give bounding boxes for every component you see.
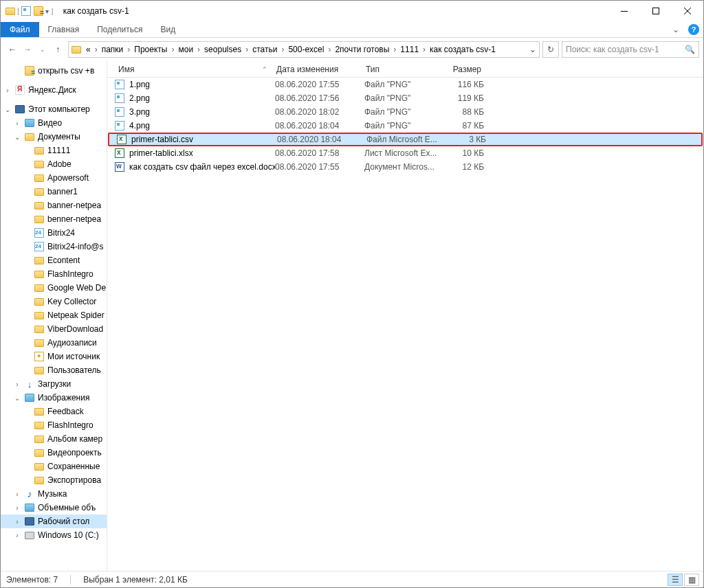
sidebar-item[interactable]: Видеопроекть xyxy=(1,446,107,460)
sidebar-item[interactable]: banner1 xyxy=(1,185,107,199)
eq-icon[interactable] xyxy=(33,5,44,16)
maximize-button[interactable] xyxy=(640,1,672,21)
refresh-button[interactable]: ↻ xyxy=(542,41,559,58)
breadcrumb-dropdown-icon[interactable]: ⌄ xyxy=(527,45,539,54)
chevron-right-icon[interactable]: › xyxy=(421,45,428,54)
search-icon[interactable]: 🔍 xyxy=(685,45,695,54)
view-details-button[interactable]: ☰ xyxy=(668,574,683,586)
sidebar-item[interactable]: benner-netpea xyxy=(1,212,107,226)
sidebar-item[interactable]: ⌄Документы xyxy=(1,130,107,144)
doc-icon[interactable] xyxy=(21,5,32,16)
sidebar-item[interactable]: Альбом камер xyxy=(1,432,107,446)
breadcrumb-item[interactable]: 2почти готовы xyxy=(333,45,391,54)
breadcrumb-item[interactable]: как создать csv-1 xyxy=(428,45,498,54)
nav-forward-button[interactable]: → xyxy=(20,42,35,57)
ribbon-expand-icon[interactable]: ⌄ xyxy=(672,25,679,34)
sidebar-item[interactable]: ViberDownload xyxy=(1,322,107,336)
chevron-right-icon[interactable]: › xyxy=(326,45,333,54)
breadcrumb-item[interactable]: папки xyxy=(100,45,126,54)
sidebar-item[interactable]: ›Музыка xyxy=(1,487,107,501)
expand-icon[interactable]: ⌄ xyxy=(3,106,12,113)
titlebar-dropdown-icon[interactable]: ▾ xyxy=(45,8,49,15)
tab-view[interactable]: Вид xyxy=(151,22,184,37)
sidebar-item[interactable]: Google Web De xyxy=(1,281,107,295)
file-row[interactable]: primer-tablici.xlsx08.06.2020 17:58Лист … xyxy=(107,146,703,160)
breadcrumb[interactable]: « ›папки›Проекты›мои›seopulses›статьи›50… xyxy=(68,41,540,58)
chevron-right-icon[interactable]: › xyxy=(391,45,398,54)
sidebar-item[interactable]: ›Объемные объ xyxy=(1,501,107,514)
breadcrumb-item[interactable]: 500-excel xyxy=(286,45,326,54)
chevron-right-icon[interactable]: › xyxy=(195,45,202,54)
sidebar-item[interactable]: ›Windows 10 (C:) xyxy=(1,528,107,542)
expand-icon[interactable]: ⌄ xyxy=(13,394,21,402)
expand-icon[interactable]: › xyxy=(3,87,12,94)
expand-icon[interactable]: › xyxy=(13,490,21,498)
sidebar-item[interactable]: ›Видео xyxy=(1,116,107,130)
column-name[interactable]: Имя⌃ xyxy=(114,65,272,74)
sidebar-item[interactable]: Apowersoft xyxy=(1,171,107,185)
nav-back-button[interactable]: ← xyxy=(5,42,20,57)
breadcrumb-item[interactable]: Проекты xyxy=(132,45,169,54)
breadcrumb-prefix[interactable]: « xyxy=(84,45,93,54)
view-thumbnails-button[interactable]: ▦ xyxy=(684,574,699,586)
sidebar-item[interactable]: Econtent xyxy=(1,253,107,267)
sidebar-item[interactable]: ›Рабочий стол xyxy=(1,514,107,528)
sidebar-item[interactable]: Сохраненные xyxy=(1,460,107,473)
column-type[interactable]: Тип xyxy=(362,65,437,74)
file-row[interactable]: 4.png08.06.2020 18:04Файл "PNG"87 КБ xyxy=(107,119,703,133)
sidebar-item[interactable]: FlashIntegro xyxy=(1,267,107,281)
comp-icon xyxy=(14,104,25,115)
column-date[interactable]: Дата изменения xyxy=(272,65,362,74)
expand-icon[interactable]: › xyxy=(13,120,21,127)
file-row[interactable]: 2.png08.06.2020 17:56Файл "PNG"119 КБ xyxy=(107,91,703,105)
sidebar-item[interactable]: Экспортирова xyxy=(1,473,107,487)
sidebar-item[interactable]: Netpeak Spider xyxy=(1,308,107,322)
help-icon[interactable]: ? xyxy=(688,24,699,35)
nav-up-button[interactable]: ↑ xyxy=(50,42,65,57)
sidebar-item[interactable]: Feedback xyxy=(1,405,107,418)
sidebar-item[interactable]: Пользователь xyxy=(1,363,107,377)
sidebar-item[interactable]: ⌄Этот компьютер xyxy=(1,102,107,116)
file-row[interactable]: 1.png08.06.2020 17:55Файл "PNG"116 КБ xyxy=(107,78,703,91)
file-row[interactable]: 3.png08.06.2020 18:02Файл "PNG"88 КБ xyxy=(107,105,703,119)
sidebar-item[interactable]: Adobe xyxy=(1,157,107,171)
sidebar-item[interactable]: 11111 xyxy=(1,144,107,157)
breadcrumb-item[interactable]: статьи xyxy=(250,45,279,54)
sidebar-item[interactable]: ›Яндекс.Диск xyxy=(1,83,107,97)
tab-share[interactable]: Поделиться xyxy=(88,22,151,37)
sidebar-item[interactable]: Key Collector xyxy=(1,295,107,308)
search-input[interactable] xyxy=(566,45,685,54)
sidebar-item[interactable]: FlashIntegro xyxy=(1,418,107,432)
file-row[interactable]: primer-tablici.csv08.06.2020 18:04Файл M… xyxy=(108,133,703,146)
file-row[interactable]: как создать csv файл через excel.docx08.… xyxy=(107,160,703,174)
close-button[interactable] xyxy=(672,1,703,21)
search-box[interactable]: 🔍 xyxy=(562,41,699,58)
sidebar-item[interactable]: ›Загрузки xyxy=(1,377,107,391)
breadcrumb-item[interactable]: seopulses xyxy=(202,45,243,54)
expand-icon[interactable]: › xyxy=(13,518,21,525)
sidebar-item[interactable]: открыть csv +в xyxy=(1,64,107,78)
column-size[interactable]: Размер xyxy=(437,65,485,74)
chevron-right-icon[interactable]: › xyxy=(169,45,176,54)
chevron-right-icon[interactable]: › xyxy=(125,45,132,54)
minimize-button[interactable] xyxy=(608,1,640,21)
breadcrumb-item[interactable]: мои xyxy=(176,45,195,54)
chevron-right-icon[interactable]: › xyxy=(279,45,286,54)
tree-label: Bitrix24 xyxy=(47,228,75,238)
expand-icon[interactable]: ⌄ xyxy=(13,133,21,141)
chevron-right-icon[interactable]: › xyxy=(93,45,100,54)
sidebar-item[interactable]: banner-netpea xyxy=(1,199,107,212)
sidebar-item[interactable]: Аудиозаписи xyxy=(1,336,107,350)
expand-icon[interactable]: › xyxy=(13,504,21,512)
expand-icon[interactable]: › xyxy=(13,532,21,539)
breadcrumb-item[interactable]: 1111 xyxy=(398,45,421,54)
tab-file[interactable]: Файл xyxy=(1,22,39,37)
sidebar-item[interactable]: Bitrix24 xyxy=(1,226,107,240)
tab-home[interactable]: Главная xyxy=(39,22,89,37)
expand-icon[interactable]: › xyxy=(13,381,21,388)
chevron-right-icon[interactable]: › xyxy=(243,45,250,54)
nav-recent-dropdown[interactable]: ⌄ xyxy=(35,42,50,57)
sidebar-item[interactable]: ⌄Изображения xyxy=(1,391,107,405)
sidebar-item[interactable]: Bitrix24-info@s xyxy=(1,240,107,253)
sidebar-item[interactable]: Мои источник xyxy=(1,350,107,363)
